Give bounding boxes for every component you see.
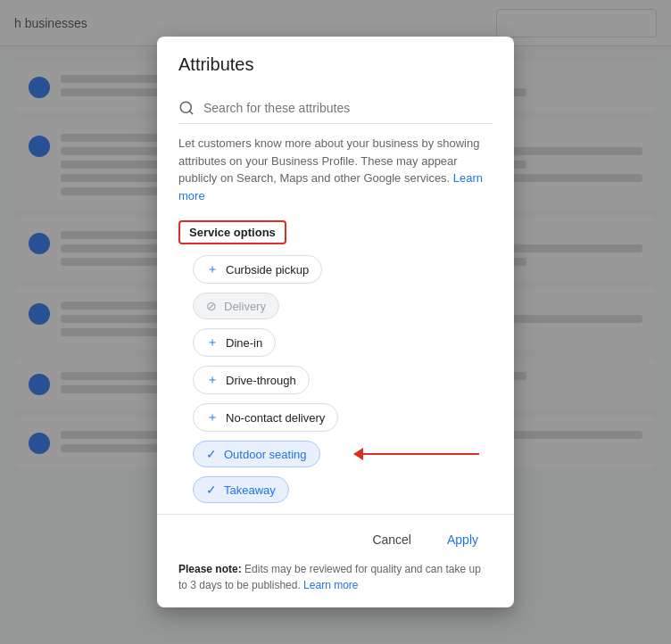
attributes-search-input[interactable]	[203, 101, 493, 115]
svg-line-1	[189, 111, 192, 113]
apply-button[interactable]: Apply	[433, 525, 493, 554]
option-takeaway[interactable]: ✓ Takeaway	[193, 476, 289, 503]
option-delivery[interactable]: ⊘ Delivery	[193, 293, 279, 319]
modal-backdrop: Attributes Let customers know more about…	[0, 0, 671, 644]
option-curbside-pickup[interactable]: ＋ Curbside pickup	[193, 255, 322, 284]
note-bold: Please note:	[178, 563, 242, 575]
modal-title: Attributes	[178, 54, 493, 75]
add-icon: ＋	[206, 409, 219, 425]
modal-header: Attributes	[157, 37, 514, 86]
option-outdoor-seating[interactable]: ✓ Outdoor seating	[193, 441, 320, 467]
note-learn-more-link[interactable]: Learn more	[303, 579, 358, 591]
option-label-drive-through: Drive-through	[226, 374, 296, 387]
option-label-outdoor-seating: Outdoor seating	[224, 448, 307, 461]
option-label-dine-in: Dine-in	[226, 336, 262, 350]
search-icon	[178, 100, 195, 116]
modal-dialog: Attributes Let customers know more about…	[157, 37, 514, 607]
add-icon: ＋	[206, 261, 219, 277]
option-drive-through[interactable]: ＋ Drive-through	[193, 366, 310, 394]
modal-footer: Cancel Apply Please note: Edits may be r…	[157, 514, 514, 607]
block-icon: ⊘	[206, 299, 217, 313]
arrow-annotation	[353, 448, 479, 460]
modal-body: Let customers know more about your busin…	[157, 124, 514, 514]
options-list: ＋ Curbside pickup ⊘ Delivery ＋ Dine-in ＋…	[178, 255, 493, 503]
arrow-line	[363, 453, 479, 455]
outdoor-seating-row: ✓ Outdoor seating	[193, 441, 493, 467]
check-icon: ✓	[206, 447, 217, 461]
service-options-section-header: Service options	[178, 220, 286, 244]
cancel-button[interactable]: Cancel	[358, 525, 426, 554]
option-label-delivery: Delivery	[224, 300, 266, 313]
note-text: Please note: Edits may be reviewed for q…	[178, 561, 493, 593]
option-label-curbside: Curbside pickup	[226, 263, 309, 277]
description-text: Let customers know more about your busin…	[178, 135, 493, 204]
option-label-no-contact: No-contact delivery	[226, 411, 325, 425]
modal-search-bar[interactable]	[178, 93, 493, 124]
add-icon: ＋	[206, 372, 219, 388]
arrow-head-left	[353, 448, 363, 460]
option-label-takeaway: Takeaway	[224, 483, 276, 497]
check-icon: ✓	[206, 483, 217, 497]
modal-actions: Cancel Apply	[178, 525, 493, 554]
option-no-contact-delivery[interactable]: ＋ No-contact delivery	[193, 403, 338, 432]
option-dine-in[interactable]: ＋ Dine-in	[193, 328, 276, 357]
add-icon: ＋	[206, 334, 219, 351]
